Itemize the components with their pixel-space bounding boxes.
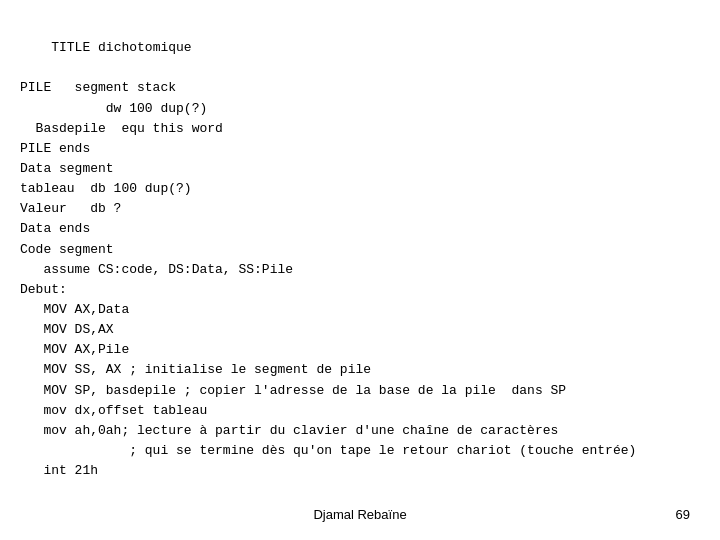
code-line: MOV SP, basdepile ; copier l'adresse de … <box>20 381 690 401</box>
footer-page: 69 <box>676 507 690 522</box>
footer: Djamal Rebaïne <box>0 507 720 522</box>
code-line: mov ah,0ah; lecture à partir du clavier … <box>20 421 690 441</box>
code-line: PILE ends <box>20 139 690 159</box>
code-content: TITLE dichotomique <box>20 18 690 78</box>
code-line: MOV DS,AX <box>20 320 690 340</box>
code-line: MOV AX,Pile <box>20 340 690 360</box>
code-line: Debut: <box>20 280 690 300</box>
code-line: tableau db 100 dup(?) <box>20 179 690 199</box>
code-line: dw 100 dup(?) <box>20 99 690 119</box>
code-line: mov dx,offset tableau <box>20 401 690 421</box>
code-line: MOV AX,Data <box>20 300 690 320</box>
page: TITLE dichotomique PILE segment stack dw… <box>0 0 720 540</box>
code-line: ; qui se termine dès qu'on tape le retou… <box>20 441 690 461</box>
code-line: Valeur db ? <box>20 199 690 219</box>
code-line: MOV SS, AX ; initialise le segment de pi… <box>20 360 690 380</box>
code-line: int 21h <box>20 461 690 481</box>
code-line: Basdepile equ this word <box>20 119 690 139</box>
footer-author: Djamal Rebaïne <box>313 507 406 522</box>
code-line: Code segment <box>20 240 690 260</box>
code-line: PILE segment stack <box>20 78 690 98</box>
title-line: TITLE dichotomique <box>51 40 191 55</box>
code-line: assume CS:code, DS:Data, SS:Pile <box>20 260 690 280</box>
code-lines: PILE segment stack dw 100 dup(?) Basdepi… <box>20 78 690 481</box>
code-line: Data ends <box>20 219 690 239</box>
code-line: Data segment <box>20 159 690 179</box>
